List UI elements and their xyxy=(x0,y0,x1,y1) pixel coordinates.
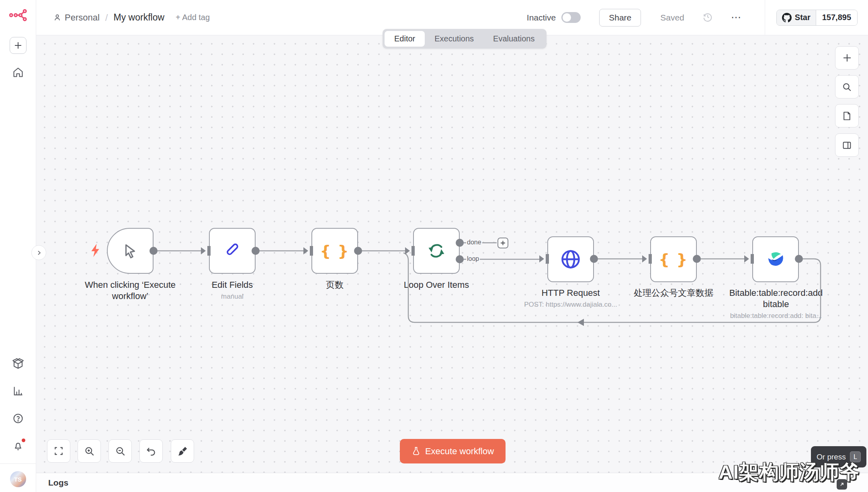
node-label: Loop Over Items xyxy=(376,279,497,291)
node-http-request[interactable] xyxy=(547,236,594,282)
view-tabs: Editor Executions Evaluations xyxy=(383,29,547,49)
create-workflow-button[interactable] xyxy=(10,37,27,54)
pen-icon xyxy=(223,242,242,260)
node-code-process-articles[interactable]: { } xyxy=(650,236,697,282)
code-braces-icon: { } xyxy=(320,242,349,260)
broom-icon xyxy=(177,446,188,457)
node-label: 页数 xyxy=(295,279,375,291)
help-icon[interactable] xyxy=(9,410,27,427)
chevron-right-icon xyxy=(36,250,42,256)
code-braces-icon: { } xyxy=(659,250,688,268)
sticky-note-icon xyxy=(842,111,852,121)
templates-icon[interactable] xyxy=(9,355,27,373)
home-icon[interactable] xyxy=(9,64,27,81)
node-label: Bitable:table:record:add bitablebitable:… xyxy=(721,287,831,320)
workflow-title[interactable]: My workflow xyxy=(114,12,165,23)
plus-icon xyxy=(842,53,852,63)
tab-editor[interactable]: Editor xyxy=(385,31,425,47)
execute-workflow-label: Execute workflow xyxy=(425,446,494,457)
active-status-label: Inactive xyxy=(527,13,556,23)
workflow-menu-button[interactable]: ⋯ xyxy=(731,11,742,24)
user-avatar[interactable]: TS xyxy=(10,471,26,487)
output-label-done: done xyxy=(466,239,482,246)
zoom-to-fit-button[interactable] xyxy=(47,439,70,463)
bitable-icon xyxy=(766,250,785,268)
plus-icon xyxy=(500,240,506,246)
sidebar-divider xyxy=(0,463,36,464)
sidebar: TS xyxy=(0,0,36,492)
hint-text: Or press xyxy=(817,453,846,461)
zoom-out-button[interactable] xyxy=(108,439,132,463)
github-star-widget[interactable]: Star 157,895 xyxy=(776,10,858,26)
node-code-pages[interactable]: { } xyxy=(311,228,358,274)
search-icon xyxy=(842,82,852,92)
github-star-count: 157,895 xyxy=(816,10,857,25)
node-manual-trigger[interactable] xyxy=(107,228,154,274)
logs-label: Logs xyxy=(48,478,68,488)
header-divider xyxy=(765,0,765,35)
saved-status: Saved xyxy=(660,13,684,23)
undo-button[interactable] xyxy=(139,439,163,463)
split-panel-icon xyxy=(842,140,852,150)
insights-icon[interactable] xyxy=(9,382,27,400)
share-button[interactable]: Share xyxy=(599,9,641,27)
history-icon[interactable] xyxy=(702,11,713,24)
keyboard-hint-tooltip: Or press L xyxy=(811,446,866,467)
add-sticky-note-button[interactable] xyxy=(835,104,859,127)
breadcrumb-project[interactable]: Personal xyxy=(53,12,100,23)
trigger-bolt-icon xyxy=(89,243,101,259)
execute-workflow-button[interactable]: Execute workflow xyxy=(400,439,506,463)
output-label-loop: loop xyxy=(466,255,480,262)
node-label: 处理公众号文章数据 xyxy=(613,287,734,299)
fit-view-icon xyxy=(53,446,64,456)
header-actions: Inactive Share Saved ⋯ Star 157,895 xyxy=(527,0,868,35)
n8n-logo-icon[interactable] xyxy=(9,8,27,23)
external-link-icon xyxy=(837,479,847,490)
breadcrumb: Personal / My workflow + Add tag xyxy=(53,12,210,23)
node-edit-fields[interactable] xyxy=(209,228,256,274)
tidy-up-button[interactable] xyxy=(171,439,194,463)
active-toggle[interactable] xyxy=(561,12,581,23)
node-label: Edit Fieldsmanual xyxy=(172,279,293,301)
node-bitable[interactable] xyxy=(752,236,799,282)
zoom-out-icon xyxy=(115,446,126,457)
tab-evaluations[interactable]: Evaluations xyxy=(483,31,544,47)
cursor-icon xyxy=(122,242,139,259)
globe-icon xyxy=(560,249,581,270)
sidebar-expand-button[interactable] xyxy=(31,245,46,260)
github-star-label: Star xyxy=(795,13,811,22)
n8n-workflow-editor: TS Personal / My workflow + Add tag Inac… xyxy=(0,0,868,492)
person-icon xyxy=(53,13,61,22)
toggle-panel-button[interactable] xyxy=(835,133,859,157)
tab-executions[interactable]: Executions xyxy=(425,31,483,47)
breadcrumb-separator: / xyxy=(105,12,108,23)
flask-icon xyxy=(411,447,421,456)
zoom-in-icon xyxy=(84,446,95,457)
node-loop-over-items[interactable] xyxy=(413,228,460,274)
logs-panel[interactable]: Logs xyxy=(36,473,868,492)
github-icon xyxy=(782,13,792,23)
node-label: HTTP RequestPOST: https://www.dajiala.co… xyxy=(510,287,631,309)
search-nodes-button[interactable] xyxy=(835,75,859,98)
zoom-in-button[interactable] xyxy=(78,439,101,463)
plus-icon xyxy=(14,41,23,50)
loop-icon xyxy=(427,241,446,260)
whats-new-icon[interactable] xyxy=(9,437,27,455)
notification-dot xyxy=(22,439,25,442)
add-tag-button[interactable]: + Add tag xyxy=(176,13,210,22)
hint-key: L xyxy=(850,451,861,462)
undo-icon xyxy=(146,446,156,456)
add-node-from-done-button[interactable] xyxy=(497,238,508,248)
add-node-button[interactable] xyxy=(835,46,859,70)
